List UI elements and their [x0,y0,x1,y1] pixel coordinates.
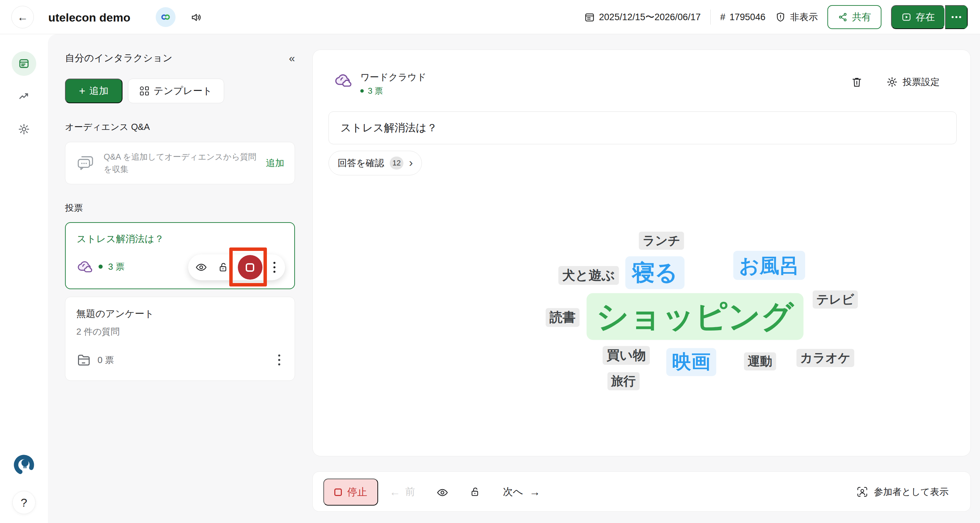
qa-placeholder-card[interactable]: Q&A を追加してオーディエンスから質問を収集 追加 [65,142,295,184]
rail-item-settings[interactable] [12,117,36,141]
survey-meta: 0 票 [76,352,114,368]
slido-admin-page: ← utelecon demo [0,0,980,523]
word-cloud-word: 買い物 [603,346,650,365]
left-rail: ? [0,34,48,523]
survey-card[interactable]: 無題のアンケート 2 件の質問 0 票 [65,297,295,381]
polls-section-label: 投票 [65,202,295,214]
next-button[interactable]: 次へ → [503,472,540,512]
show-results-eye-icon[interactable] [194,262,209,273]
word-cloud-word: ランチ [639,232,684,250]
survey-kebab-menu[interactable] [274,355,284,365]
back-button[interactable]: ← [11,6,34,29]
word-cloud-canvas: ランチ犬と遊ぶ寝るお風呂テレビ読書ショッピング買い物映画運動カラオケ旅行 [313,180,971,440]
word-cloud-word: 旅行 [608,372,640,390]
event-code[interactable]: # 1795046 [720,12,765,22]
dot [951,16,954,18]
chevron-right-icon: › [409,157,413,168]
calendar-icon [584,12,595,22]
share-button[interactable]: 共有 [827,5,881,29]
check-responses-label: 回答を確認 [338,157,384,169]
more-options-button[interactable] [945,5,968,29]
poll-settings-label: 投票設定 [903,76,940,88]
word-cloud-word: 読書 [546,308,580,327]
presentation-control-bar: 停止 ← 前 次へ → [312,471,971,512]
share-icon [838,12,848,22]
present-button[interactable]: 存在 [891,5,945,29]
show-results-eye-icon[interactable] [437,487,448,498]
rail-item-analytics[interactable] [12,84,36,109]
present-label: 存在 [916,11,935,24]
help-button[interactable]: ? [12,491,36,514]
event-dates[interactable]: 2025/12/15〜2026/06/17 [584,11,701,23]
rail-item-interactions[interactable] [12,51,36,76]
unlock-icon[interactable] [469,487,480,498]
unlock-icon[interactable] [216,262,231,273]
word-cloud-word: ショッピング [587,293,803,340]
previous-label: 前 [405,485,415,499]
qa-section-label: オーディエンス Q&A [65,121,295,133]
dot [278,355,280,357]
gear-icon [886,76,898,88]
top-bar: ← utelecon demo [0,0,980,34]
panel-actions: + 追加 テンプレート [65,79,295,103]
participant-view-icon [856,486,869,498]
add-interaction-button[interactable]: + 追加 [65,79,123,103]
announcement-speaker-icon[interactable] [190,11,202,24]
templates-button[interactable]: テンプレート [128,79,224,103]
stop-button[interactable]: 停止 [323,479,378,506]
word-cloud-word: テレビ [813,290,858,309]
top-bar-right: 2025/12/15〜2026/06/17 # 1795046 非表示 [584,0,968,34]
survey-title: 無題のアンケート [76,307,284,320]
webex-integration-badge[interactable] [156,7,175,27]
divider [710,10,711,25]
arrow-right-icon: → [529,487,540,498]
poll-question-text: ストレス解消法は？ [340,120,437,135]
stop-poll-button[interactable] [238,255,262,280]
event-code-number: 1795046 [730,12,765,22]
hidden-label: 非表示 [790,11,818,23]
live-dot [360,89,364,93]
check-responses-button[interactable]: 回答を確認 12 › [328,151,422,175]
date-range-text: 2025/12/15〜2026/06/17 [599,11,701,23]
word-cloud-word: 運動 [744,352,776,371]
dot [274,266,275,268]
stop-label: 停止 [347,485,367,499]
collapse-panel-icon[interactable]: « [289,52,295,65]
view-as-participant-button[interactable]: 参加者として表示 [856,472,948,512]
hidden-status[interactable]: 非表示 [775,11,818,23]
dot [278,363,280,365]
panel-title: 自分のインタラクション [65,52,172,65]
active-poll-card[interactable]: ストレス解消法は？ 3 票 [65,222,295,289]
stop-icon [246,263,254,272]
folder-icon [76,352,91,368]
word-cloud-type-icon [334,71,352,90]
live-dot [99,265,103,269]
poll-votes-row: 3 票 [360,86,383,97]
responses-count-badge: 12 [390,157,403,170]
view-as-participant-label: 参加者として表示 [874,486,948,498]
present-button-group: 存在 [891,5,968,29]
word-cloud-word: 映画 [666,348,716,376]
question-mark-icon: ? [21,496,27,509]
poll-meta: 3 票 [76,258,124,275]
poll-settings-button[interactable]: 投票設定 [886,76,940,88]
stop-icon [334,488,342,496]
word-cloud-type-icon [76,258,93,275]
share-label: 共有 [852,11,871,24]
word-cloud-word: カラオケ [797,349,854,367]
add-label: 追加 [89,84,108,97]
poll-votes: 3 票 [108,261,124,273]
word-cloud-word: 寝る [625,257,684,289]
delete-poll-trash-icon[interactable] [851,76,863,88]
poll-question-input[interactable]: ストレス解消法は？ [328,111,957,144]
poll-kebab-menu[interactable] [269,262,280,273]
poll-hover-toolbar [188,254,285,280]
dot [955,16,958,18]
next-label: 次へ [503,485,523,499]
qa-description: Q&A を追加してオーディエンスから質問を収集 [104,151,258,175]
word-cloud-word: 犬と遊ぶ [558,266,619,285]
content-area: 自分のインタラクション « + 追加 テンプレート オーディエンス Q&A [48,34,980,523]
qa-add-link[interactable]: 追加 [266,157,284,169]
dot [959,16,961,18]
previous-button-disabled[interactable]: ← 前 [390,472,415,512]
